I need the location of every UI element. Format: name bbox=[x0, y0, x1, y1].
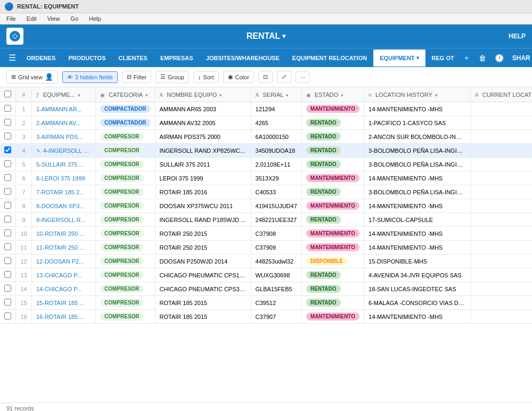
cell-nombre-equipo[interactable]: ROTAIR 185 2015 bbox=[155, 310, 251, 324]
cell-categoria[interactable]: COMPRESOR bbox=[96, 282, 155, 296]
row-checkbox[interactable] bbox=[0, 116, 16, 130]
cell-location-history[interactable]: 2-ANCON SUR BOLOMBOLO-INGENIE bbox=[364, 130, 471, 144]
cell-location-history[interactable]: 3-BOLOMBOLO PEÑA LISA-INGIERO bbox=[364, 185, 471, 199]
cell-nombre-equipo[interactable]: ROTAIR 250 2015 bbox=[155, 227, 251, 241]
menu-help[interactable]: Help bbox=[87, 14, 103, 23]
nav-clientes[interactable]: CLIENTES bbox=[112, 50, 154, 67]
cell-serial[interactable]: C39512 bbox=[251, 296, 301, 310]
header-location-history[interactable]: ≡ LOCATION HISTORY ▾ bbox=[364, 87, 471, 102]
row-checkbox[interactable] bbox=[0, 213, 16, 227]
cell-current-location[interactable] bbox=[471, 282, 532, 296]
cell-equipme[interactable]: 8-DOOSAN XP3... bbox=[32, 199, 96, 213]
cell-nombre-equipo[interactable]: SULLAIR 375 2011 bbox=[155, 158, 251, 171]
cell-current-location[interactable] bbox=[471, 171, 532, 185]
cell-serial[interactable]: C37909 bbox=[251, 241, 301, 254]
table-row[interactable]: 11 11-ROTAIR 250 ... COMPRESOR ROTAIR 25… bbox=[0, 241, 532, 254]
cell-serial[interactable]: C37907 bbox=[251, 310, 301, 324]
cell-current-location[interactable] bbox=[471, 296, 532, 310]
cell-nombre-equipo[interactable]: AMMANN AR65 2003 bbox=[155, 102, 251, 116]
cell-equipme[interactable]: 3-AIRMAN PDS... bbox=[32, 130, 96, 144]
cell-serial[interactable]: 248221UEE327 bbox=[251, 213, 301, 227]
cell-categoria[interactable]: COMPRESOR bbox=[96, 199, 155, 213]
cell-current-location[interactable] bbox=[471, 241, 532, 254]
row-checkbox[interactable] bbox=[0, 185, 16, 199]
header-current-location[interactable]: A CURRENT LOCATION ▾ bbox=[471, 87, 532, 102]
cell-nombre-equipo[interactable]: DOOSAN XP375WCU 2011 bbox=[155, 199, 251, 213]
cell-location-history[interactable]: 14-MANTENIMIENTO -MHS bbox=[364, 199, 471, 213]
row-checkbox[interactable] bbox=[0, 227, 16, 241]
row-checkbox[interactable] bbox=[0, 130, 16, 144]
cell-nombre-equipo[interactable]: AIRMAN PDS375 2000 bbox=[155, 130, 251, 144]
help-label[interactable]: HELP bbox=[509, 32, 526, 40]
row-checkbox[interactable] bbox=[0, 254, 16, 268]
cell-categoria[interactable]: COMPRESOR bbox=[96, 158, 155, 171]
table-row[interactable]: 5 5-SULLAIR 375 ... COMPRESOR SULLAIR 37… bbox=[0, 158, 532, 171]
cell-serial[interactable]: 6A10000150 bbox=[251, 130, 301, 144]
row-checkbox[interactable] bbox=[0, 268, 16, 282]
cell-nombre-equipo[interactable]: ROTAIR 250 2015 bbox=[155, 241, 251, 254]
menu-file[interactable]: File bbox=[4, 14, 18, 23]
cell-equipme[interactable]: 7-ROTAIR 185 2... bbox=[32, 185, 96, 199]
cell-categoria[interactable]: COMPACTADOR bbox=[96, 102, 155, 116]
cell-current-location[interactable] bbox=[471, 213, 532, 227]
cell-current-location[interactable] bbox=[471, 254, 532, 268]
table-row[interactable]: 8 8-DOOSAN XP3... COMPRESOR DOOSAN XP375… bbox=[0, 199, 532, 213]
filter-button[interactable]: ⊟ Filter bbox=[122, 71, 151, 83]
cell-current-location[interactable] bbox=[471, 185, 532, 199]
cell-equipme[interactable]: 6-LEROI 375 1999 bbox=[32, 171, 96, 185]
cell-estado[interactable]: RENTADO bbox=[301, 144, 364, 158]
cell-location-history[interactable]: 6-MALAGA -CONSORCIO VIAS DE CO bbox=[364, 296, 471, 310]
cell-estado[interactable]: MANTENIMIENTO bbox=[301, 241, 364, 254]
cell-serial[interactable]: GLBA15FEB5 bbox=[251, 282, 301, 296]
cell-nombre-equipo[interactable]: INGERSOLL RAND XP825WC... bbox=[155, 144, 251, 158]
history-icon[interactable]: 🕐 bbox=[493, 52, 506, 64]
cell-categoria[interactable]: COMPRESOR bbox=[96, 296, 155, 310]
menu-view[interactable]: View bbox=[45, 14, 62, 23]
sort-button[interactable]: ↕ Sort bbox=[193, 71, 219, 83]
nav-empresas[interactable]: EMPRESAS bbox=[154, 50, 200, 67]
cell-serial[interactable]: WUXG30698 bbox=[251, 268, 301, 282]
header-serial[interactable]: A SERIAL ▾ bbox=[251, 87, 301, 102]
row-height-button[interactable]: ⊡ bbox=[258, 71, 273, 83]
table-row[interactable]: 9 9-INGERSOLL R... COMPRESOR INGERSOLL R… bbox=[0, 213, 532, 227]
cell-nombre-equipo[interactable]: LEROI 375 1999 bbox=[155, 171, 251, 185]
cell-categoria[interactable]: COMPRESOR bbox=[96, 254, 155, 268]
cell-equipme[interactable]: 2-AMMANN AV... bbox=[32, 116, 96, 130]
cell-categoria[interactable]: COMPACTADOR bbox=[96, 116, 155, 130]
table-row[interactable]: 14 14-CHICAGO P... COMPRESOR CHICAGO PNE… bbox=[0, 282, 532, 296]
row-checkbox[interactable] bbox=[0, 282, 16, 296]
table-row[interactable]: 10 10-ROTAIR 250 ... COMPRESOR ROTAIR 25… bbox=[0, 227, 532, 241]
cell-nombre-equipo[interactable]: ROTAIR 185 2016 bbox=[155, 185, 251, 199]
cell-current-location[interactable] bbox=[471, 130, 532, 144]
cell-estado[interactable]: RENTADO bbox=[301, 158, 364, 171]
table-row[interactable]: 2 2-AMMANN AV... COMPACTADOR AMMANN AV32… bbox=[0, 116, 532, 130]
more-button[interactable]: ··· bbox=[296, 71, 310, 83]
table-row[interactable]: 4 ✎ 4-INGERSOLL R... COMPRESOR INGERSOLL… bbox=[0, 144, 532, 158]
delete-icon[interactable]: 🗑 bbox=[477, 52, 488, 64]
cell-serial[interactable]: 2,01109E+11 bbox=[251, 158, 301, 171]
cell-current-location[interactable] bbox=[471, 144, 532, 158]
cell-estado[interactable]: RENTADO bbox=[301, 282, 364, 296]
cell-nombre-equipo[interactable]: CHICAGO PNEUMATIC CPS35... bbox=[155, 282, 251, 296]
row-checkbox[interactable] bbox=[0, 171, 16, 185]
cell-serial[interactable]: 34509UDOA18 bbox=[251, 144, 301, 158]
cell-estado[interactable]: RENTADO bbox=[301, 268, 364, 282]
cell-estado[interactable]: MANTENIMIENTO bbox=[301, 199, 364, 213]
cell-nombre-equipo[interactable]: CHICAGO PNEUMATIC CPS18... bbox=[155, 268, 251, 282]
cell-equipme[interactable]: 10-ROTAIR 250 ... bbox=[32, 227, 96, 241]
cell-equipme[interactable]: 9-INGERSOLL R... bbox=[32, 213, 96, 227]
hidden-fields-button[interactable]: 👁 3 hidden fields bbox=[62, 71, 118, 83]
cell-serial[interactable]: 121294 bbox=[251, 102, 301, 116]
cell-current-location[interactable] bbox=[471, 158, 532, 171]
header-equipme[interactable]: ƒ EQUIPME... ▾ bbox=[32, 87, 96, 102]
cell-estado[interactable]: MANTENIMIENTO bbox=[301, 171, 364, 185]
group-button[interactable]: ☰ Group bbox=[155, 71, 189, 83]
cell-estado[interactable]: DISPONIBLE bbox=[301, 254, 364, 268]
cell-location-history[interactable]: 14-MANTENIMIENTO -MHS bbox=[364, 171, 471, 185]
header-nombre-equipo[interactable]: A NOMBRE EQUIPO ▾ bbox=[155, 87, 251, 102]
nav-reg-ot[interactable]: REG OT bbox=[425, 50, 461, 67]
cell-equipme[interactable]: 13-CHICAGO P... bbox=[32, 268, 96, 282]
add-icon[interactable]: ＋ bbox=[461, 51, 472, 65]
cell-location-history[interactable]: 14-MANTENIMIENTO -MHS bbox=[364, 227, 471, 241]
cell-location-history[interactable]: 17-SUMICOL-CAPSULE bbox=[364, 213, 471, 227]
